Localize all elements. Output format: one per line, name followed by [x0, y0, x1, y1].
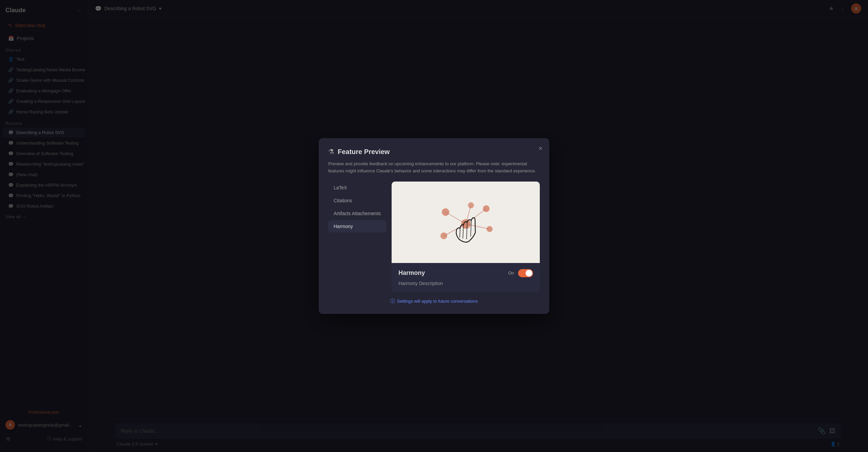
modal-header: ⚗ Feature Preview: [328, 148, 540, 156]
harmony-description: Harmony Description: [398, 281, 533, 286]
harmony-toggle-knob: [526, 270, 532, 277]
info-circle-icon: ⓘ: [390, 298, 395, 304]
tab-harmony[interactable]: Harmony: [328, 220, 386, 232]
tab-artifacts[interactable]: Artifacts Attachements: [328, 207, 386, 220]
tab-citations[interactable]: Citations: [328, 194, 386, 207]
modal-content-harmony: Harmony On Harmony Description: [392, 182, 540, 292]
tab-latex[interactable]: LaTeX: [328, 182, 386, 194]
modal-overlay[interactable]: ⚗ Feature Preview × Preview and provide …: [0, 0, 868, 452]
harmony-feature-info: Harmony On Harmony Description: [392, 263, 540, 292]
modal-close-button[interactable]: ×: [538, 145, 542, 152]
modal-footer: ⓘ Settings will apply to future conversa…: [328, 298, 540, 304]
footer-info: ⓘ Settings will apply to future conversa…: [390, 298, 478, 304]
modal-description: Preview and provide feedback on upcoming…: [328, 161, 540, 175]
harmony-name-row: Harmony On: [398, 269, 533, 277]
svg-line-6: [446, 212, 466, 224]
flask-icon: ⚗: [328, 148, 334, 156]
footer-text: Settings will apply to future conversati…: [397, 299, 478, 304]
harmony-toggle-container: On: [508, 269, 533, 277]
harmony-toggle[interactable]: [518, 269, 533, 277]
svg-line-7: [466, 209, 486, 224]
feature-preview-modal: ⚗ Feature Preview × Preview and provide …: [319, 138, 549, 314]
modal-tabs: LaTeX Citations Artifacts Attachements H…: [328, 182, 386, 292]
harmony-illustration: [392, 182, 540, 263]
harmony-toggle-label: On: [508, 270, 514, 276]
svg-line-9: [444, 224, 466, 236]
modal-body: LaTeX Citations Artifacts Attachements H…: [328, 182, 540, 292]
modal-title: Feature Preview: [338, 148, 390, 156]
harmony-feature-name: Harmony: [398, 269, 425, 277]
